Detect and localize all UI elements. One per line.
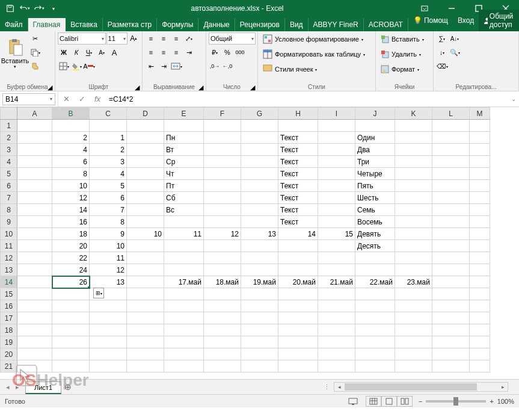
- cell[interactable]: 4: [90, 168, 127, 180]
- cell[interactable]: [17, 276, 52, 288]
- cell[interactable]: [395, 252, 432, 264]
- cell[interactable]: 13: [90, 276, 127, 288]
- orientation-button[interactable]: ⤢▾: [183, 32, 195, 45]
- cell[interactable]: [318, 288, 355, 300]
- align-center-button[interactable]: ≡: [158, 46, 170, 58]
- borders-button[interactable]: ▾: [58, 60, 70, 72]
- column-header[interactable]: F: [204, 108, 241, 120]
- cell[interactable]: [164, 264, 204, 276]
- cell[interactable]: [432, 312, 470, 324]
- cell[interactable]: [318, 180, 355, 192]
- zoom-in-button[interactable]: +: [490, 398, 493, 405]
- cell[interactable]: [204, 264, 241, 276]
- cell[interactable]: [204, 204, 241, 216]
- row-header[interactable]: 11: [1, 240, 17, 252]
- cell[interactable]: [17, 228, 52, 240]
- cell[interactable]: [241, 120, 278, 132]
- cell[interactable]: 22: [52, 252, 90, 264]
- delete-cells-button[interactable]: Удалить▾: [378, 48, 431, 61]
- fill-color-button[interactable]: ▾: [70, 60, 82, 72]
- cell[interactable]: Один: [355, 132, 395, 144]
- cell[interactable]: [318, 336, 355, 348]
- cell[interactable]: [470, 348, 490, 360]
- cell[interactable]: [395, 156, 432, 168]
- cell[interactable]: [17, 216, 52, 228]
- cell[interactable]: Текст: [278, 204, 318, 216]
- cell[interactable]: 2: [52, 132, 90, 144]
- column-header[interactable]: I: [318, 108, 355, 120]
- share-button[interactable]: Общий доступ: [479, 10, 519, 31]
- cell[interactable]: [164, 312, 204, 324]
- zoom-level[interactable]: 100%: [497, 398, 514, 405]
- cell[interactable]: [395, 360, 432, 372]
- clipboard-expand[interactable]: ◢: [48, 84, 54, 90]
- format-as-table-button[interactable]: Форматировать как таблицу▾: [260, 48, 373, 61]
- zoom-slider[interactable]: [426, 400, 486, 403]
- cell[interactable]: [432, 144, 470, 156]
- undo-button[interactable]: ▾: [18, 2, 31, 15]
- shrink-font-button[interactable]: A▾: [96, 46, 108, 58]
- cell[interactable]: 22.май: [355, 276, 395, 288]
- cell[interactable]: [395, 204, 432, 216]
- cell[interactable]: [241, 312, 278, 324]
- cell[interactable]: [318, 192, 355, 204]
- cell[interactable]: [278, 264, 318, 276]
- cell[interactable]: [164, 120, 204, 132]
- cell[interactable]: Десять: [355, 240, 395, 252]
- sort-button[interactable]: A↓▾: [449, 32, 461, 45]
- cell[interactable]: Текст: [278, 180, 318, 192]
- cell[interactable]: 9: [90, 228, 127, 240]
- currency-button[interactable]: ₽▾: [209, 46, 221, 58]
- cell[interactable]: [241, 360, 278, 372]
- column-header[interactable]: K: [395, 108, 432, 120]
- cell[interactable]: 26: [52, 276, 90, 288]
- cell[interactable]: [432, 240, 470, 252]
- row-header[interactable]: 20: [1, 348, 17, 360]
- cell[interactable]: [204, 288, 241, 300]
- find-button[interactable]: 🔍▾: [449, 46, 461, 58]
- cell[interactable]: 20.май: [278, 276, 318, 288]
- cell[interactable]: [432, 180, 470, 192]
- column-header[interactable]: G: [241, 108, 278, 120]
- insert-cells-button[interactable]: Вставить▾: [378, 32, 431, 46]
- copy-button[interactable]: ▾: [29, 46, 41, 58]
- cell[interactable]: [395, 144, 432, 156]
- cell[interactable]: [204, 348, 241, 360]
- cell[interactable]: [432, 324, 470, 336]
- column-header[interactable]: C: [90, 108, 127, 120]
- page-layout-button[interactable]: [381, 396, 397, 407]
- cell[interactable]: [17, 324, 52, 336]
- cell[interactable]: [470, 216, 490, 228]
- cell[interactable]: 12: [204, 228, 241, 240]
- tab-abbyy finer[interactable]: ABBYY FineR: [309, 18, 364, 31]
- add-sheet-button[interactable]: ⊕: [61, 382, 75, 392]
- number-format-combo[interactable]: Общий▾: [209, 32, 256, 45]
- cell[interactable]: [432, 192, 470, 204]
- cell[interactable]: [52, 336, 90, 348]
- cell[interactable]: [395, 324, 432, 336]
- cell[interactable]: 12: [90, 264, 127, 276]
- cell[interactable]: [52, 312, 90, 324]
- cell[interactable]: [204, 156, 241, 168]
- cell[interactable]: [395, 216, 432, 228]
- row-header[interactable]: 10: [1, 228, 17, 240]
- page-break-button[interactable]: [397, 396, 413, 407]
- inc-indent-button[interactable]: ⇥: [158, 60, 170, 72]
- cell[interactable]: 16: [52, 216, 90, 228]
- cell[interactable]: [395, 132, 432, 144]
- inc-decimal-button[interactable]: ,0→: [209, 60, 221, 72]
- cell[interactable]: Чт: [164, 168, 204, 180]
- cell[interactable]: [470, 276, 490, 288]
- cell[interactable]: [355, 336, 395, 348]
- cell[interactable]: [241, 300, 278, 312]
- cell[interactable]: [17, 180, 52, 192]
- cell[interactable]: [127, 276, 164, 288]
- cell[interactable]: [127, 132, 164, 144]
- cell[interactable]: [278, 240, 318, 252]
- cell[interactable]: Вс: [164, 204, 204, 216]
- cell[interactable]: 19.май: [241, 276, 278, 288]
- cell[interactable]: Текст: [278, 216, 318, 228]
- cell[interactable]: [241, 156, 278, 168]
- cell[interactable]: [470, 120, 490, 132]
- cell[interactable]: 11: [90, 252, 127, 264]
